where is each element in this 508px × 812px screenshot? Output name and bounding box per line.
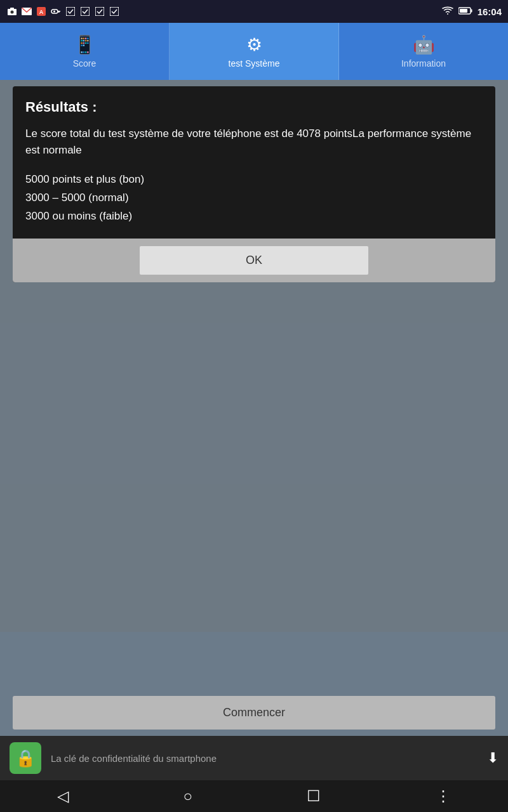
nav-back-button[interactable]: ◁: [44, 782, 81, 810]
gear-tab-icon: ⚙: [246, 34, 262, 55]
svg-rect-1: [10, 8, 14, 10]
download-icon[interactable]: ⬇: [487, 750, 498, 766]
legend-line-1: 5000 points et plus (bon): [25, 171, 483, 189]
phone-tab-icon: 📱: [74, 34, 96, 55]
notification-text: La clé de confidentialité du smartphone: [51, 753, 217, 764]
svg-rect-12: [95, 7, 104, 16]
dialog-title: Résultats :: [25, 99, 483, 115]
check-icon-4: [109, 6, 120, 17]
svg-rect-16: [460, 9, 467, 13]
tab-score-label: Score: [73, 58, 97, 69]
dialog-buttons: OK: [13, 239, 495, 282]
score-legend: 5000 points et plus (bon) 3000 – 5000 (n…: [25, 171, 483, 226]
key-icon: [50, 6, 62, 17]
dialog-message: Le score total du test système de votre …: [25, 126, 483, 158]
check-icon-2: [79, 6, 91, 17]
notification-bar: 🔒 La clé de confidentialité du smartphon…: [0, 736, 508, 780]
tab-information[interactable]: 🤖 Information: [339, 23, 508, 80]
status-bar: A 16:04: [0, 0, 508, 23]
tab-score[interactable]: 📱 Score: [0, 23, 170, 80]
main-content: Par défaut Personnalisé Processeur et RO…: [0, 80, 508, 632]
status-icons-left: A: [6, 6, 120, 17]
photo-icon: [6, 6, 18, 17]
svg-rect-11: [81, 7, 90, 16]
nav-bar: ◁ ○ ☐ ⋮: [0, 780, 508, 812]
svg-rect-13: [110, 7, 119, 16]
tab-bar: 📱 Score ⚙ test Système 🤖 Information: [0, 23, 508, 80]
battery-icon: [458, 6, 472, 16]
app-icon-1: A: [36, 6, 47, 17]
svg-point-7: [53, 11, 55, 13]
svg-rect-9: [58, 11, 60, 13]
legend-line-3: 3000 ou moins (faible): [25, 207, 483, 226]
svg-rect-10: [66, 7, 75, 16]
check-icon-3: [94, 6, 105, 17]
nav-home-button[interactable]: ○: [171, 782, 206, 810]
nav-recents-button[interactable]: ☐: [294, 782, 333, 810]
tab-test-systeme[interactable]: ⚙ test Système: [170, 23, 339, 80]
legend-line-2: 3000 – 5000 (normal): [25, 189, 483, 207]
svg-point-2: [11, 11, 14, 14]
dialog-content: Résultats : Le score total du test systè…: [13, 86, 495, 239]
time-display: 16:04: [478, 6, 502, 17]
tab-test-systeme-label: test Système: [229, 58, 280, 69]
svg-text:A: A: [39, 9, 44, 15]
ok-button[interactable]: OK: [140, 246, 368, 275]
status-icons-right: 16:04: [442, 6, 502, 17]
notif-lock-icon: 🔒: [10, 742, 41, 774]
bottom-area: Commencer: [0, 690, 508, 736]
check-icon-1: [65, 6, 76, 17]
commencer-button[interactable]: Commencer: [13, 696, 495, 730]
nav-more-button[interactable]: ⋮: [423, 782, 464, 810]
dialog-overlay: Résultats : Le score total du test systè…: [0, 80, 508, 632]
wifi-icon: [442, 6, 453, 17]
dialog: Résultats : Le score total du test systè…: [13, 86, 495, 282]
tab-information-label: Information: [401, 58, 446, 69]
android-tab-icon: 🤖: [413, 34, 435, 55]
svg-rect-15: [471, 10, 472, 13]
gmail-icon: [21, 6, 32, 17]
